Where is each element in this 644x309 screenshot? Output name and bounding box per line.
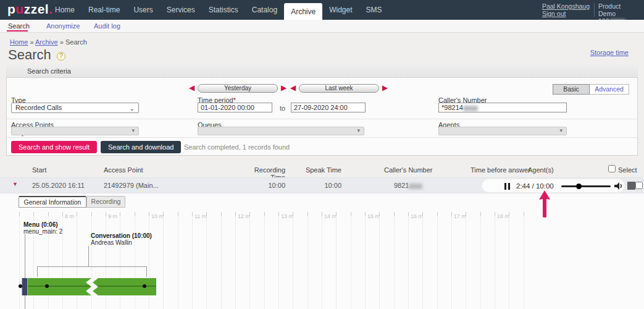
conversation-bracket (37, 266, 38, 277)
row-access-point: 21492979 (Main... (104, 182, 159, 189)
tab-audit-log[interactable]: Audit log (94, 22, 120, 30)
row-select-checkbox[interactable] (635, 182, 643, 189)
event-dot (143, 284, 146, 288)
nav-item-widget[interactable]: Widget (322, 0, 359, 20)
nav-item-users[interactable]: Users (127, 0, 159, 20)
col-speak-time: Speak Time (297, 166, 341, 174)
breadcrumb-separator: » (30, 38, 33, 46)
speaker-icon[interactable] (614, 182, 624, 191)
chevron-down-icon: ▾ (132, 127, 135, 133)
page-title: Search (8, 47, 51, 63)
top-navbar: puzzel. Home Real-time Users Services St… (0, 0, 644, 20)
nav-item-sms[interactable]: SMS (359, 0, 389, 20)
chevron-down-icon: ▾ (559, 127, 562, 133)
access-points-select[interactable]: ▾ (11, 127, 139, 135)
nav-item-statistics[interactable]: Statistics (202, 0, 245, 20)
breadcrumb-archive[interactable]: Archive (35, 38, 58, 46)
prev-week-icon[interactable]: ◀ (290, 83, 296, 92)
storage-time-link[interactable]: Storage time (590, 49, 629, 56)
callers-number-input[interactable]: *98214 (438, 103, 567, 112)
conversation-bracket (37, 266, 147, 267)
divider (6, 119, 638, 119)
yesterday-button[interactable]: Yesterday (198, 84, 278, 93)
menu-segment-subtitle: menu_main: 2 (23, 228, 62, 235)
conversation-segment-subtitle: Andreas Wallin (91, 239, 132, 246)
row-expand-triangle-icon[interactable]: ▼ (12, 181, 18, 187)
pause-icon[interactable] (504, 183, 510, 190)
col-access-point: Access Point (104, 166, 143, 174)
player-time: 2:44 / 10:00 (516, 182, 554, 190)
menu-connector-line (25, 234, 25, 309)
nav-divider (594, 3, 595, 17)
stop-button[interactable] (627, 182, 635, 190)
time-to-input[interactable]: 27-09-2020 24:00 (291, 103, 366, 112)
search-criteria-header[interactable]: ▼ (6, 64, 638, 78)
annotation-arrow-icon (538, 190, 551, 218)
redacted-caller-digits (463, 106, 478, 111)
chevron-down-icon: ⌄ (130, 104, 135, 113)
queues-select[interactable]: ▾ (198, 127, 364, 135)
last-week-button[interactable]: Last week (299, 84, 379, 93)
criteria-header-label: Search criteria (27, 67, 71, 75)
row-speak-time: 10:00 (297, 182, 341, 189)
puzzel-logo: puzzel. (7, 2, 53, 17)
row-caller: 9821 (394, 182, 422, 189)
breadcrumb-current: Search (65, 38, 87, 46)
event-dot (19, 284, 22, 288)
search-show-result-button[interactable]: Search and show result (11, 141, 97, 153)
time-from-input[interactable]: 01-01-2020 00:00 (198, 103, 272, 112)
type-select[interactable]: Recorded Calls ⌄ (11, 103, 139, 113)
callers-number-value: *98214 (441, 104, 463, 111)
nav-item-archive[interactable]: Archive (284, 3, 322, 20)
tab-recording[interactable]: Recording (86, 196, 125, 208)
breadcrumb-home[interactable]: Home (10, 38, 28, 46)
menu-segment-bar (22, 278, 28, 295)
conversation-bracket (146, 266, 147, 277)
basic-button[interactable]: Basic (553, 84, 590, 95)
nav-item-services[interactable]: Services (160, 0, 202, 20)
tab-general-information[interactable]: General Information (19, 196, 86, 208)
search-download-button[interactable]: Search and download (101, 141, 181, 153)
row-recording-time: 10:00 (241, 182, 285, 189)
col-select-label: Select (618, 166, 637, 174)
archive-search-page: puzzel. Home Real-time Users Services St… (0, 0, 644, 309)
nav-item-catalog[interactable]: Catalog (245, 0, 284, 20)
prev-day-icon[interactable]: ◀ (189, 83, 194, 92)
active-tab-underline (7, 30, 28, 32)
user-menu: Paal Kongshaug Sign out (542, 2, 590, 17)
conversation-connector-line (88, 246, 89, 266)
audio-player: 2:44 / 10:00 (482, 179, 625, 193)
event-dot (45, 284, 49, 288)
main-nav: Home Real-time Users Services Statistics… (48, 0, 389, 20)
tab-anonymize[interactable]: Anonymize (46, 22, 80, 30)
breadcrumb-separator: » (60, 38, 64, 46)
player-slider[interactable] (561, 185, 611, 187)
advanced-button[interactable]: Advanced (590, 84, 629, 95)
agents-select[interactable]: ▾ (438, 127, 567, 135)
next-day-icon[interactable]: ▶ (281, 83, 286, 92)
row-start: 25.05.2020 16:11 (32, 182, 85, 189)
help-icon[interactable]: ? (57, 52, 65, 61)
conversation-segment-title: Conversation (10:00) (91, 232, 152, 239)
product-name: Product Demo (598, 2, 638, 17)
next-week-icon[interactable]: ▶ (382, 83, 388, 92)
col-callers-number: Caller's Number (384, 166, 433, 174)
select-all-checkbox[interactable] (608, 165, 616, 172)
search-status-text: Search completed, 1 records found (184, 143, 290, 151)
time-break-icon (84, 278, 100, 295)
col-agents: Agent(s) (528, 166, 554, 174)
col-time-before-answer: Time before answer (470, 166, 530, 174)
breadcrumb: Home » Archive » Search (10, 38, 87, 46)
type-select-value: Recorded Calls (15, 104, 62, 111)
tab-search[interactable]: Search (8, 22, 30, 30)
chevron-down-icon: ▾ (357, 127, 360, 133)
nav-item-home[interactable]: Home (48, 0, 82, 20)
nav-item-real-time[interactable]: Real-time (82, 0, 127, 20)
player-slider-handle[interactable] (576, 184, 582, 189)
col-start: Start (32, 166, 46, 174)
user-name-link[interactable]: Paal Kongshaug (542, 2, 590, 10)
sign-out-link[interactable]: Sign out (542, 10, 590, 17)
menu-segment-title: Menu (0:06) (23, 221, 58, 228)
divider (6, 137, 638, 138)
redacted-caller-digits (409, 184, 422, 189)
